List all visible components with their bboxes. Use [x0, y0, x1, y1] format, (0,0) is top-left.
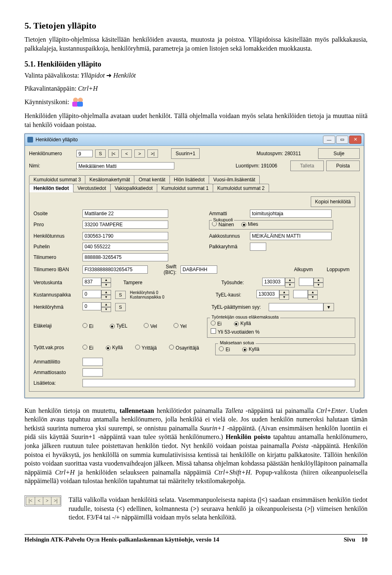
label-lisatietoa: Lisätietoa: — [33, 380, 78, 386]
sulje-button[interactable]: Sulje — [318, 148, 360, 159]
checkbox-yli53[interactable]: Yli 53-vuotiaiden % — [211, 328, 352, 335]
group-tyontosuus: Työntekijän osuus eläkemaksusta Ei Kyllä… — [207, 318, 355, 338]
heading-5: 5. Tietojen ylläpito — [24, 20, 368, 31]
input-tyosuhde-loppu[interactable]: ▲▼ — [299, 278, 323, 288]
label-henkilonumero: Henkilönumero — [29, 151, 74, 156]
input-nimi[interactable]: Meikäläinen Matti — [76, 162, 174, 169]
radio-maksetaan-kylla[interactable]: Kyllä — [242, 346, 259, 352]
description-paragraph: Henkilöiden ylläpito-ohjelmalla avataan … — [24, 111, 368, 129]
tab-omat-kentat[interactable]: Omat kentät — [134, 175, 169, 184]
nav-strip-first[interactable]: |< — [26, 497, 35, 505]
input-osoite[interactable]: Mattilantie 22 — [82, 209, 168, 218]
input-ammattiosasto[interactable] — [82, 368, 103, 377]
search-kustannus-button[interactable]: S — [115, 291, 126, 299]
label-puhelin: Puhelin — [33, 244, 78, 250]
nav-next-button[interactable]: > — [134, 149, 145, 158]
poista-button[interactable]: Poista — [326, 160, 360, 171]
tab-kesalomakertymat[interactable]: Kesälomakertymät — [85, 175, 134, 184]
radio-mies[interactable]: Mies — [241, 221, 258, 227]
radio-elake-yel[interactable]: Yel — [174, 323, 187, 329]
input-tilinumero[interactable]: 888888-3265475 — [82, 253, 168, 261]
nav-prev-button[interactable]: < — [121, 149, 132, 158]
close-button[interactable]: ✕ — [349, 136, 361, 144]
radio-tvak-osayrittaja[interactable]: Osayrittäjä — [169, 345, 199, 351]
input-puhelin[interactable]: 040 555222 — [82, 243, 168, 251]
radio-elake-ei[interactable]: Ei — [82, 323, 94, 329]
maximize-button[interactable]: ▭ — [336, 136, 348, 144]
input-kustannuspaikka[interactable]: 0 ▲▼ — [82, 290, 111, 300]
label-tyelkausi: TyEL-kausi: — [216, 292, 252, 298]
input-verotuskunta[interactable]: 837 ▲▼ — [82, 278, 111, 288]
kopioi-button[interactable]: Kopioi henkilöitä — [311, 196, 355, 207]
launch-icon-label: Käynnistysikoni: — [24, 98, 69, 106]
label-iban: Tilinumero IBAN — [33, 267, 78, 272]
input-ammatti[interactable]: toimitusjohtaja — [250, 209, 332, 218]
tab-content: Kopioi henkilöitä Osoite Mattilantie 22 … — [29, 192, 360, 392]
tab-henkilon-tiedot[interactable]: Henkilön tiedot — [29, 184, 74, 192]
label-nimi: Nimi: — [29, 163, 74, 169]
label-osoite: Osoite — [33, 211, 78, 216]
after-paragraph-2: Tällä valikolla voidaan henkilöitä selat… — [69, 495, 368, 522]
nav-strip-next[interactable]: > — [43, 497, 51, 505]
input-pnro[interactable]: 33200 TAMPERE — [82, 221, 168, 229]
footer: Helsingin ATK-Palvelu Oy:n Henix-palkanl… — [24, 536, 368, 543]
input-ammattiliitto[interactable] — [82, 358, 103, 366]
radio-nainen[interactable]: Nainen — [212, 221, 234, 227]
footer-right: Sivu 10 — [344, 536, 368, 543]
input-swift[interactable]: DABAFIHH — [180, 265, 217, 274]
radio-tvak-kylla[interactable]: Kyllä — [106, 345, 123, 351]
label-elakelaji: Eläkelaji — [33, 323, 78, 329]
label-loppupvm: Loppupvm — [327, 267, 355, 272]
nav-first-button[interactable]: |< — [108, 149, 119, 158]
tab-kumuloidut-1[interactable]: Kumuloidut summat 1 — [157, 184, 213, 192]
tab-vuosi-ilm[interactable]: Vuosi-ilm.lisäkentät — [209, 175, 260, 184]
label-tyosuhde: Työsuhde: — [221, 280, 258, 285]
search-button[interactable]: S — [95, 149, 106, 158]
input-lisatietoa[interactable] — [82, 379, 355, 387]
nav-last-button[interactable]: >| — [147, 149, 158, 158]
label-tilinumero: Tilinumero — [33, 254, 78, 260]
label-ammatti: Ammatti — [209, 211, 246, 216]
people-icon — [72, 97, 85, 107]
tab-hlon-lisatiedot[interactable]: Hlön lisätiedot — [169, 175, 209, 184]
radio-tyontosuus-kylla[interactable]: Kyllä — [234, 321, 251, 327]
radio-elake-vel[interactable]: Vel — [144, 323, 157, 329]
dropdown-tyelpaatt[interactable]: ▼ — [269, 303, 334, 311]
tab-verotustiedot[interactable]: Verotustiedot — [73, 184, 111, 192]
radio-elake-tyel[interactable]: TyEL — [110, 323, 127, 329]
menu-path: Valinta päävalikosta: Ylläpidot ➜ Henkil… — [24, 71, 368, 80]
suurin-button[interactable]: Suurin+1 — [171, 148, 200, 159]
input-henkilonumero[interactable]: 9 — [76, 150, 93, 157]
label-tyelpaatt: TyEL-päättymisen syy: — [212, 304, 265, 310]
label-henkiloryhma: Henkilöryhmä — [33, 304, 78, 310]
search-henkryhma-button[interactable]: S — [115, 303, 126, 311]
label-aakkostunnus: Aakkostunnus — [209, 233, 246, 239]
radio-tyontosuus-ei[interactable]: Ei — [211, 321, 222, 327]
label-luontipvm: Luontipvm: 191006 — [236, 163, 277, 169]
radio-tvak-ei[interactable]: Ei — [82, 345, 94, 351]
input-tyelkausi-loppu[interactable]: ▲▼ — [293, 290, 318, 300]
nav-strip-image: |< < > >| — [24, 495, 61, 506]
talleta-button[interactable]: Talleta — [290, 160, 324, 171]
footer-left: Helsingin ATK-Palvelu Oy:n Henix-palkanl… — [24, 536, 219, 543]
radio-maksetaan-ei[interactable]: Ei — [219, 346, 230, 352]
tab-kumuloidut-3[interactable]: Kumuloidut summat 3 — [29, 175, 85, 184]
input-henkilotunnus[interactable]: 030563-1790 — [82, 232, 168, 240]
tab-vakiopalkkatiedot[interactable]: Vakiopalkkatiedot — [110, 184, 157, 192]
input-tyelkausi[interactable]: 130303 ▲▼ — [256, 290, 289, 300]
nav-strip-prev[interactable]: < — [35, 497, 43, 505]
input-iban[interactable]: FI3388888803265475 — [82, 265, 148, 274]
label-ammattiosasto: Ammattiosasto — [33, 370, 78, 375]
input-henkiloryhma[interactable]: 0 ▲▼ — [82, 302, 111, 312]
label-henkilotunnus: Henkilötunnus — [33, 233, 78, 239]
input-palkkaryhma[interactable] — [250, 243, 266, 251]
window-title: Henkilöiden ylläpito — [36, 137, 323, 143]
input-tyosuhde[interactable]: 130303 ▲▼ — [262, 278, 295, 288]
radio-tvak-yrittaja[interactable]: Yrittäjä — [135, 345, 157, 351]
nav-strip-last[interactable]: >| — [51, 497, 60, 505]
minimize-button[interactable]: — — [323, 136, 335, 144]
intro-paragraph: Tietojen ylläpito-ohjelmissa käsitellään… — [24, 35, 368, 53]
input-aakkostunnus[interactable]: MEIKÄLÄINEN MATTI — [250, 232, 332, 240]
after-paragraph-1: Kun henkilön tietoja on muutettu, tallen… — [24, 406, 368, 486]
tab-kumuloidut-2[interactable]: Kumuloidut summat 2 — [213, 184, 269, 192]
